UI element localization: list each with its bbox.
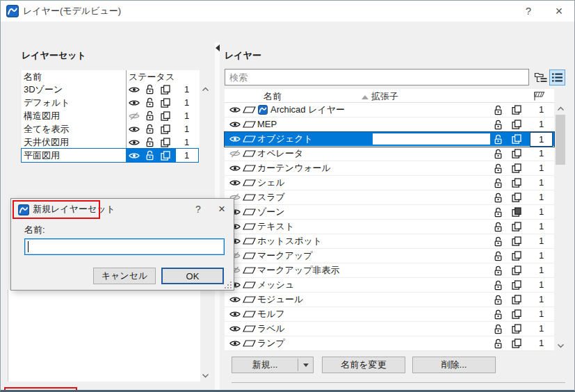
intersection-group-number[interactable]: 1 [531, 307, 552, 321]
unlock-icon[interactable] [493, 307, 503, 321]
intersection-group-number[interactable]: 1 [531, 117, 552, 131]
eye-icon[interactable] [229, 117, 241, 131]
table-row[interactable]: Archicad レイヤー 1 [225, 103, 554, 117]
unlock-icon[interactable] [493, 278, 503, 292]
intersection-group-number[interactable]: 1 [531, 220, 552, 234]
table-row[interactable]: ホットスポット 1 [225, 234, 554, 249]
eye-icon[interactable] [128, 83, 140, 96]
vertical-scrollbar[interactable] [555, 103, 566, 351]
dropdown-button[interactable] [298, 357, 313, 373]
dialog-cancel-button[interactable]: キャンセル [93, 268, 156, 284]
unlock-icon[interactable] [145, 83, 155, 96]
unlock-icon[interactable] [493, 132, 503, 146]
eye-icon[interactable] [229, 132, 241, 146]
unlock-icon[interactable] [493, 249, 503, 263]
layer-print-pages-icon[interactable] [160, 122, 171, 136]
intersection-group-number[interactable]: 1 [531, 103, 552, 117]
layer-print-pages-icon[interactable] [511, 322, 522, 336]
eye-icon[interactable] [229, 307, 241, 321]
layer-print-pages-icon[interactable] [511, 278, 522, 292]
intersection-group-number[interactable]: 1 [176, 149, 197, 162]
intersection-group-number[interactable]: 1 [531, 263, 552, 277]
unlock-icon[interactable] [493, 263, 503, 277]
layer-print-pages-icon[interactable] [511, 103, 522, 117]
layer-print-pages-icon[interactable] [511, 117, 522, 131]
eye-icon[interactable] [229, 336, 241, 350]
scroll-down-icon[interactable] [555, 340, 566, 351]
intersection-group-number[interactable]: 1 [531, 293, 552, 307]
unlock-icon[interactable] [493, 322, 503, 336]
unlock-icon[interactable] [493, 336, 503, 350]
delete-layer-button[interactable]: 削除... [412, 357, 496, 373]
unlock-icon[interactable] [145, 149, 155, 162]
intersection-group-number[interactable]: 1 [531, 176, 552, 190]
column-header-extension[interactable]: 拡張子 [371, 90, 398, 103]
unlock-icon[interactable] [493, 147, 503, 161]
unlock-icon[interactable] [493, 293, 503, 307]
unlock-icon[interactable] [145, 109, 155, 122]
intersection-group-number[interactable]: 1 [531, 234, 552, 248]
table-row[interactable]: マークアップ 1 [225, 249, 554, 263]
intersection-group-number[interactable]: 1 [531, 249, 552, 263]
intersection-group-number[interactable]: 1 [176, 136, 197, 149]
unlock-icon[interactable] [145, 122, 155, 136]
eye-icon[interactable] [229, 103, 241, 117]
table-row[interactable]: マークアップ非表示 1 [225, 263, 554, 278]
scrollbar-thumb[interactable] [556, 115, 565, 165]
eye-icon[interactable] [229, 322, 241, 336]
new-layer-split-button[interactable]: 新規... [232, 357, 314, 373]
table-row[interactable]: 3Dゾーン 1 [22, 83, 198, 96]
layer-print-pages-icon[interactable] [511, 293, 522, 307]
list-view-button[interactable] [549, 70, 565, 85]
table-row[interactable]: オペレータ 1 [225, 147, 554, 161]
unlock-icon[interactable] [493, 220, 503, 234]
new-layer-button-label[interactable]: 新規... [232, 357, 298, 373]
eye-icon[interactable] [229, 161, 241, 175]
unlock-icon[interactable] [493, 205, 503, 219]
unlock-icon[interactable] [493, 190, 503, 204]
layer-print-pages-icon[interactable] [511, 147, 522, 161]
dialog-close-button[interactable]: × [213, 202, 231, 217]
layer-print-pages-icon[interactable] [511, 190, 522, 204]
intersection-group-number[interactable]: 1 [531, 278, 552, 292]
eye-icon[interactable] [229, 176, 241, 190]
tree-view-button[interactable] [533, 70, 549, 85]
layer-print-pages-icon[interactable] [511, 176, 522, 190]
layer-print-pages-icon[interactable] [160, 136, 171, 149]
layer-set-name-input[interactable] [24, 238, 225, 255]
layer-print-pages-icon[interactable] [511, 336, 522, 350]
intersection-group-icon[interactable] [533, 91, 545, 103]
intersection-group-number[interactable]: 1 [176, 96, 197, 109]
intersection-group-number[interactable]: 1 [531, 205, 552, 219]
scroll-down-icon[interactable] [200, 371, 210, 379]
column-header-name[interactable]: 名前 [24, 71, 42, 83]
intersection-group-number[interactable]: 1 [531, 147, 552, 161]
eye-icon[interactable] [128, 136, 140, 149]
layer-print-pages-icon[interactable] [511, 234, 522, 248]
unlock-icon[interactable] [145, 96, 155, 109]
layer-print-pages-icon[interactable] [511, 249, 522, 263]
search-input[interactable] [225, 69, 529, 85]
unlock-icon[interactable] [493, 176, 503, 190]
unlock-icon[interactable] [493, 234, 503, 248]
table-row[interactable]: ゾーン 1 [225, 205, 554, 220]
layer-print-pages-icon[interactable] [160, 96, 171, 109]
table-row[interactable]: デフォルト 1 [22, 96, 198, 109]
unlock-icon[interactable] [493, 117, 503, 131]
table-row[interactable]: モルフ 1 [225, 307, 554, 322]
column-header-name[interactable]: 名前 [264, 90, 282, 103]
layer-print-pages-icon[interactable] [511, 220, 522, 234]
scroll-up-icon[interactable] [555, 103, 566, 114]
table-row[interactable]: モジュール 1 [225, 293, 554, 307]
layer-print-pages-icon[interactable] [160, 149, 171, 162]
table-row[interactable]: ラベル 1 [225, 322, 554, 336]
rename-layer-button[interactable]: 名前を変更 [322, 357, 405, 373]
layer-print-pages-icon[interactable] [511, 132, 522, 146]
unlock-icon[interactable] [145, 136, 155, 149]
table-row[interactable]: テキスト 1 [225, 220, 554, 234]
dialog-resize-grip[interactable] [224, 281, 233, 290]
close-button[interactable]: × [550, 1, 568, 22]
unlock-icon[interactable] [493, 161, 503, 175]
layer-print-pages-icon[interactable] [511, 161, 522, 175]
eye-icon[interactable] [229, 147, 241, 161]
